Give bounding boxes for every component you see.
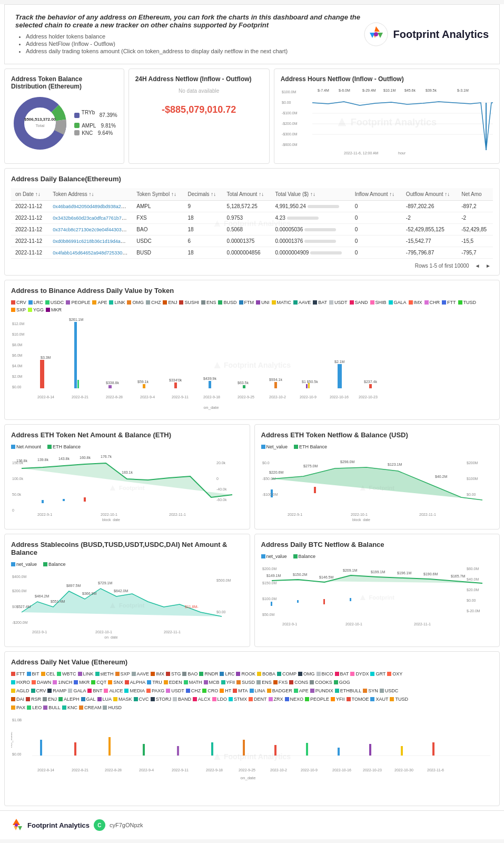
legend-ampl: AMPL 9.81%	[74, 123, 117, 129]
svg-text:$12.0M: $12.0M	[12, 322, 25, 326]
svg-text:-$300.0M: -$300.0M	[282, 132, 298, 136]
daily-color-agld	[11, 689, 15, 693]
daily-color-tomoe	[347, 697, 351, 701]
legend-btc-balance: Balance	[293, 554, 316, 559]
cell-total-amount: 5,128,572.25	[223, 201, 271, 212]
cell-decimals: 18	[183, 212, 222, 224]
cell-decimals: 6	[183, 236, 222, 247]
daily-color-ftt	[11, 672, 15, 676]
legend-net-value-color	[261, 445, 265, 449]
daily-color-1inch	[53, 680, 57, 684]
daily-color-bull	[43, 705, 47, 710]
legend-link: LINK	[109, 300, 125, 305]
cell-symbol: AMPL	[132, 201, 183, 212]
daily-legend-band: BAND	[173, 697, 191, 702]
dnv-bar-sep11	[177, 746, 179, 756]
daily-legend-alcx: ALCX	[193, 697, 211, 702]
legend-net-value-usd: Net_value	[261, 444, 288, 449]
dnv-bar-oct30	[401, 746, 403, 756]
svg-text:$100M: $100M	[467, 477, 478, 481]
daily-legend-susd: SUSD	[236, 680, 255, 685]
pagination[interactable]: Rows 1-5 of first 10000 ◄ ►	[11, 263, 493, 269]
daily-color-mask	[113, 697, 117, 701]
table-row: 2022-11-12 0x46ba6d942050d489dbd938a2c90…	[11, 201, 493, 212]
daily-color-chz	[186, 689, 190, 693]
svg-text:$200M: $200M	[467, 461, 478, 465]
stablecoins-title: Address Stablecoins (BUSD,TUSD,USDT,USDC…	[11, 541, 243, 556]
legend-color-link	[109, 300, 113, 305]
daily-legend-bat: BAT	[335, 671, 349, 677]
cell-outflow: -15,542.77	[402, 236, 457, 247]
bullet-2: Address NetFlow (Inflow - Outflow)	[26, 41, 363, 47]
stable-net-color	[11, 562, 15, 566]
cell-address[interactable]: 0xd0b86991c6218b36c1d19d4a2e9eb0ce3606eb…	[48, 236, 132, 247]
daily-legend-steth: stETH	[95, 671, 114, 677]
daily-legend-lrc: LRC	[220, 671, 234, 677]
daily-legend-cons: CONS	[289, 680, 308, 685]
legend-dot-ampl	[74, 123, 80, 128]
legend-chz: CHZ	[146, 300, 161, 305]
legend-stable-balance: Balance	[43, 562, 66, 567]
svg-text:$150.0M: $150.0M	[262, 581, 276, 585]
legend-ens: ENS	[201, 300, 216, 305]
cell-address[interactable]: 0x4fabb145d64652a948d72533023f6e7a623c7c…	[48, 247, 132, 259]
eth-usd-legend: Net_value ETH Balance	[261, 444, 493, 449]
cell-address[interactable]: 0x374cb8c27130e2c9e04f44303f3c8351b9de61…	[48, 224, 132, 236]
daily-color-ramp	[47, 689, 52, 693]
svg-text:2022-10-23: 2022-10-23	[359, 395, 378, 399]
daily-legend-sxp: SXP	[115, 671, 130, 677]
svg-text:2022-10-1: 2022-10-1	[95, 630, 112, 634]
bar-oct30	[338, 364, 342, 388]
daily-legend-1inch: 1INCH	[53, 680, 72, 685]
next-page-btn[interactable]: ►	[483, 262, 493, 270]
cell-address[interactable]: 0x3432b6s60d23ca0dfca7761b7ab56459d9c964…	[48, 212, 132, 224]
svg-text:$934.1k: $934.1k	[269, 378, 282, 381]
cell-address[interactable]: 0x46ba6d942050d489dbd938a2c909a5d5039a16…	[48, 201, 132, 212]
daily-net-legend-row5: PAXLEOBULLKNCCREAMHUSD	[11, 705, 493, 710]
stablecoins-chart-container: Footprint $527.4M $464.2M $551.4M $897.5…	[11, 570, 243, 640]
svg-text:$200.0M: $200.0M	[262, 567, 276, 571]
prev-page-btn[interactable]: ◄	[472, 262, 482, 270]
svg-point-167	[15, 824, 18, 827]
svg-text:$165.7M: $165.7M	[451, 574, 465, 578]
daily-legend-xaut: XAUT	[370, 697, 388, 702]
daily-color-math	[184, 680, 188, 684]
svg-text:2022-9-11: 2022-9-11	[172, 395, 189, 399]
legend-pct-knc: 9.64%	[98, 130, 113, 136]
svg-text:$527.4M: $527.4M	[16, 605, 31, 609]
daily-color-wbtc	[57, 672, 61, 676]
cell-date: 2022-11-12	[11, 247, 48, 259]
token-balance-card: Address Token Balance Distribution (Ethe…	[4, 68, 124, 164]
daily-color-alpha	[125, 680, 129, 684]
svg-text:136.8k: 136.8k	[16, 459, 28, 463]
legend-color-people	[66, 300, 70, 305]
daily-legend-agld: AGLD	[11, 688, 29, 693]
cell-inflow: 0	[351, 201, 402, 212]
daily-color-fxs	[273, 680, 278, 684]
svg-text:$11.8M-: $11.8M-	[185, 605, 199, 609]
bar-aug21b	[77, 380, 79, 388]
daily-color-dydx	[350, 672, 354, 676]
svg-text:2022-8-14: 2022-8-14	[37, 768, 54, 772]
daily-legend-bico: BICO	[317, 671, 333, 677]
daily-color-gal	[81, 697, 85, 701]
legend-stable-net: net_value	[11, 562, 37, 567]
daily-legend-nexo: NEXO	[285, 697, 304, 702]
svg-text:$0.00: $0.00	[216, 610, 226, 614]
daily-color-eden	[164, 680, 168, 684]
footer: Footprint Analytics C cyF7gONpzk	[0, 810, 504, 839]
btc-bar2	[297, 600, 299, 603]
legend-tryk: TRYb 87.39%	[74, 110, 117, 121]
table-row: 2022-11-12 0x374cb8c27130e2c9e04f44303f3…	[11, 224, 493, 236]
eth-charts-row: Address ETH Token Net Amount & Balance (…	[4, 424, 500, 530]
daily-legend-pundix: PUNDIX	[310, 688, 333, 693]
legend-color-enj	[163, 300, 167, 305]
daily-legend-usdt: USDT	[166, 688, 184, 693]
daily-color-cvc	[134, 697, 138, 701]
daily-color-mcb	[204, 680, 208, 684]
legend-eth-bal-color	[294, 445, 298, 449]
cell-total-amount: 0.9753	[223, 212, 271, 224]
svg-text:2022-11-6, 12:00 AM: 2022-11-6, 12:00 AM	[344, 151, 379, 155]
daily-color-alice	[104, 689, 108, 693]
daily-color-aave	[132, 672, 136, 676]
